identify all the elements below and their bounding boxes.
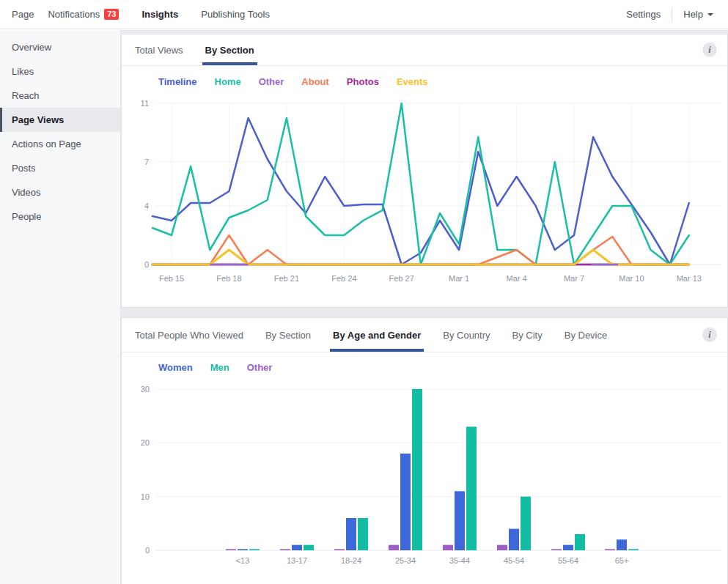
legend-item-home[interactable]: Home [215,76,241,87]
tab-total-people-who-viewed[interactable]: Total People Who Viewed [135,318,243,352]
bar-men-35-44 [466,426,477,550]
svg-text:0: 0 [145,546,150,555]
legend-item-photos[interactable]: Photos [347,76,379,87]
svg-text:<13: <13 [236,556,250,565]
page-views-card: Total Views By Section i Timeline Home O… [121,34,728,308]
legend-item-timeline[interactable]: Timeline [158,76,197,87]
sidebar-item-posts[interactable]: Posts [0,156,120,180]
sidebar-item-likes[interactable]: Likes [0,59,120,84]
bar-women-65+ [617,539,627,550]
bar-men-13-17 [304,545,314,550]
svg-text:45-54: 45-54 [504,556,524,565]
sidebar-item-people[interactable]: People [0,204,120,229]
bar-other-55-64 [551,549,562,550]
people-who-viewed-card: Total People Who Viewed By Section By Ag… [121,317,728,584]
tab-by-country[interactable]: By Country [443,318,490,352]
tab-by-age-and-gender[interactable]: By Age and Gender [333,318,421,352]
nav-help[interactable]: Help [683,9,713,20]
insights-sidebar: Overview Likes Reach Page Views Actions … [0,30,121,584]
nav-notifications-label: Notifications [48,9,100,20]
info-icon[interactable]: i [702,328,717,342]
bar-other-<13 [226,549,236,550]
svg-text:Feb 24: Feb 24 [331,274,356,283]
bar-women-35-44 [455,491,465,550]
sidebar-item-videos[interactable]: Videos [0,180,120,204]
svg-text:Mar 7: Mar 7 [564,274,584,283]
main-content: Total Views By Section i Timeline Home O… [121,30,728,584]
tab-by-city[interactable]: By City [512,318,543,352]
sidebar-item-reach[interactable]: Reach [0,84,120,108]
bar-men-65+ [628,549,639,550]
svg-text:Feb 21: Feb 21 [274,274,299,283]
tab-total-views[interactable]: Total Views [135,34,183,65]
nav-settings[interactable]: Settings [626,9,661,20]
svg-text:11: 11 [141,99,149,108]
nav-notifications[interactable]: Notifications 73 [48,9,119,20]
bar-chart-legend: Women Men Other [158,362,272,373]
bar-men-55-64 [575,534,585,550]
tab-people-by-section[interactable]: By Section [265,318,311,352]
people-tab-bar: Total People Who Viewed By Section By Ag… [122,318,727,352]
svg-text:55-64: 55-64 [558,556,578,565]
bar-other-35-44 [443,545,453,550]
bar-women-45-54 [509,529,519,550]
tab-by-device[interactable]: By Device [565,318,608,352]
tab-by-section[interactable]: By Section [205,34,254,65]
svg-text:Mar 4: Mar 4 [506,274,526,283]
legend-item-other-gender[interactable]: Other [247,362,273,373]
bar-women-55-64 [563,545,573,550]
bar-women-13-17 [292,545,302,550]
svg-text:4: 4 [144,202,149,210]
bar-men-<13 [249,549,260,550]
legend-item-other[interactable]: Other [259,76,284,87]
bar-other-45-54 [497,545,507,550]
svg-text:7: 7 [144,158,149,166]
line-chart-legend: Timeline Home Other About Photos Events [158,76,428,87]
svg-text:0: 0 [144,260,149,269]
nav-insights[interactable]: Insights [141,9,178,20]
views-by-section-line-chart: 04711Feb 15Feb 18Feb 21Feb 24Feb 27Mar 1… [122,96,728,294]
bar-other-25-34 [389,545,399,550]
svg-text:18-24: 18-24 [341,556,361,565]
bar-men-18-24 [358,518,368,550]
nav-page[interactable]: Page [12,9,34,20]
top-nav: Page Notifications 73 Insights Publishin… [0,0,728,29]
bar-men-25-34 [412,389,422,550]
notifications-count-badge: 73 [104,9,119,20]
svg-text:Feb 18: Feb 18 [216,274,241,283]
sidebar-item-page-views[interactable]: Page Views [0,108,120,132]
bar-women-25-34 [400,454,411,550]
svg-text:Mar 13: Mar 13 [677,274,702,283]
svg-text:Mar 10: Mar 10 [619,274,644,283]
bar-women-18-24 [346,518,356,550]
views-tab-bar: Total Views By Section [122,34,727,66]
svg-text:65+: 65+ [615,556,629,565]
sidebar-item-overview[interactable]: Overview [0,35,120,59]
legend-item-men[interactable]: Men [210,362,229,373]
bar-other-13-17 [280,549,290,550]
bar-men-45-54 [521,497,531,550]
svg-text:Feb 15: Feb 15 [159,274,184,283]
nav-help-label: Help [683,9,703,20]
nav-divider [672,7,672,22]
facebook-insights-page: { "nav": { "items": [ {"label": "Page"},… [0,0,728,584]
legend-item-women[interactable]: Women [158,362,193,373]
views-by-age-gender-bar-chart: 0102030<1313-1718-2425-3435-4445-5455-64… [122,378,728,584]
caret-down-icon [707,13,713,16]
svg-text:25-34: 25-34 [395,556,416,565]
nav-publishing-tools[interactable]: Publishing Tools [201,9,270,20]
info-icon[interactable]: i [702,42,717,57]
svg-text:30: 30 [141,385,150,393]
sidebar-item-actions-on-page[interactable]: Actions on Page [0,132,120,156]
bar-other-18-24 [334,549,345,550]
nav-right-group: Settings Help [626,7,728,22]
bar-other-65+ [605,549,615,550]
svg-text:Feb 27: Feb 27 [389,274,414,283]
svg-text:13-17: 13-17 [287,556,307,565]
legend-item-about[interactable]: About [301,76,329,87]
bar-women-<13 [238,549,248,550]
svg-text:Mar 1: Mar 1 [449,274,469,283]
svg-text:20: 20 [141,438,150,447]
legend-item-events[interactable]: Events [397,76,428,87]
svg-text:35-44: 35-44 [449,556,470,565]
